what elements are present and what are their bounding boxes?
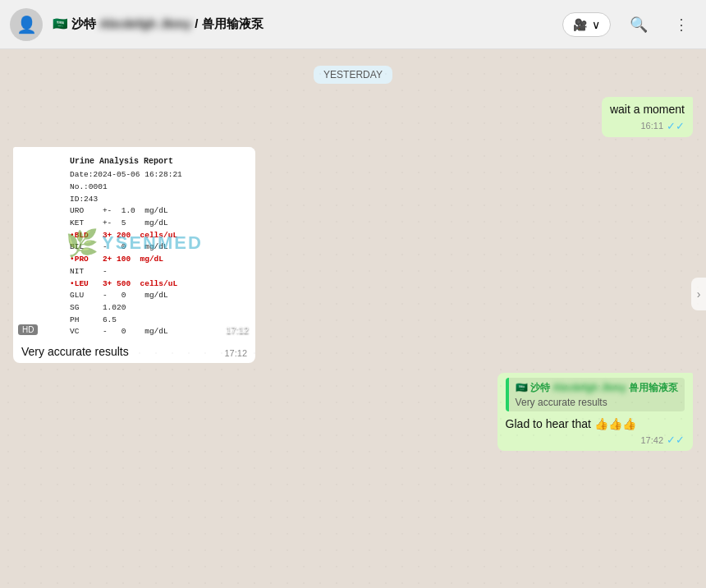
hd-badge: HD <box>18 324 38 335</box>
contact-name-blurred: Abcdefgh Jkmy <box>99 16 191 30</box>
date-divider: YESTERDAY <box>13 66 693 84</box>
receipt-date: Date:2024-05-06 16:28:21 <box>70 169 244 181</box>
message-row: Urine Analysis Report Date:2024-05-06 16… <box>13 147 693 363</box>
receipt-row-glu: GLU - 0 mg/dL <box>70 290 244 302</box>
quote-author: 🇸🇦 沙特 Abcdefgh Jkmy 兽用输液泵 <box>516 381 678 395</box>
watermark-text: YSENMED <box>102 232 203 254</box>
caption-time: 17:12 <box>224 348 247 358</box>
chat-title: 🇸🇦 沙特 Abcdefgh Jkmy / 兽用输液泵 <box>53 16 552 32</box>
separator: / <box>195 16 198 30</box>
receipt-row-nit: NIT - <box>70 266 244 278</box>
quote-flag-icon: 🇸🇦 <box>516 382 528 393</box>
outgoing-bubble: wait a moment 16:11 ✓✓ <box>602 97 693 137</box>
search-button[interactable]: 🔍 <box>624 10 653 39</box>
receipt-row-sg: SG 1.020 <box>70 302 244 315</box>
video-call-button[interactable]: 🎥 ∨ <box>562 12 611 37</box>
image-caption: Very accurate results 17:12 <box>13 340 255 363</box>
header-info: 🇸🇦 沙特 Abcdefgh Jkmy / 兽用输液泵 <box>53 16 552 32</box>
header-actions: 🎥 ∨ 🔍 ⋮ <box>562 10 696 39</box>
quote-name-text: 沙特 <box>530 382 550 393</box>
caption-text: Very accurate results <box>21 345 129 358</box>
message-row: 🇸🇦 沙特 Abcdefgh Jkmy 兽用输液泵 Very accurate … <box>13 373 693 452</box>
receipt-row-leu: •LEU 3+ 500 cells/uL <box>70 278 244 291</box>
message-text: Glad to hear that 👍👍👍 <box>506 416 685 433</box>
watermark: 🌿 YSENMED <box>66 227 203 259</box>
image-timestamp: 17:12 <box>226 325 249 335</box>
receipt-title: Urine Analysis Report <box>70 155 244 168</box>
avatar[interactable]: 👤 <box>10 8 43 41</box>
quote-reference: 🇸🇦 沙特 Abcdefgh Jkmy 兽用输液泵 Very accurate … <box>506 378 685 411</box>
flag-icon: 🇸🇦 <box>53 16 68 30</box>
receipt-id: ID:243 <box>70 194 244 206</box>
receipt-row-ph: PH 6.5 <box>70 315 244 327</box>
image-container: Urine Analysis Report Date:2024-05-06 16… <box>13 147 255 340</box>
chat-subtitle: 兽用输液泵 <box>202 16 264 30</box>
quote-text: Very accurate results <box>516 397 678 408</box>
chevron-right-icon: › <box>697 287 701 301</box>
message-time: 17:42 <box>640 435 663 445</box>
message-time: 16:11 <box>640 121 663 131</box>
bubble-footer: 17:42 ✓✓ <box>506 434 685 446</box>
watermark-leaf-icon: 🌿 <box>66 227 100 259</box>
quote-name-blurred: Abcdefgh Jkmy <box>552 382 626 393</box>
more-icon: ⋮ <box>674 16 689 34</box>
message-row: wait a moment 16:11 ✓✓ <box>13 97 693 137</box>
chat-area: YESTERDAY wait a moment 16:11 ✓✓ Urine A… <box>0 49 706 588</box>
receipt-row-vc: VC - 0 mg/dL <box>70 326 244 338</box>
read-receipt-icon: ✓✓ <box>667 434 685 446</box>
date-badge: YESTERDAY <box>314 66 392 84</box>
read-receipt-icon: ✓✓ <box>667 120 685 132</box>
receipt-no: No.:0001 <box>70 181 244 194</box>
bubble-footer: 16:11 ✓✓ <box>610 120 685 132</box>
contact-name: 沙特 <box>71 16 96 30</box>
more-options-button[interactable]: ⋮ <box>667 10 696 39</box>
receipt-row-uro: URO +- 1.0 mg/dL <box>70 205 244 218</box>
chat-header: 👤 🇸🇦 沙特 Abcdefgh Jkmy / 兽用输液泵 🎥 ∨ 🔍 ⋮ <box>0 0 706 49</box>
receipt-row-mal: MAL - 1 mg/dL <box>70 338 244 339</box>
avatar-icon: 👤 <box>16 15 37 34</box>
chevron-down-icon: ∨ <box>592 18 600 31</box>
expand-panel-handle[interactable]: › <box>691 278 706 310</box>
quote-subtitle: 兽用输液泵 <box>629 382 678 393</box>
image-bubble[interactable]: Urine Analysis Report Date:2024-05-06 16… <box>13 147 255 363</box>
message-text: wait a moment <box>610 102 685 118</box>
video-icon: 🎥 <box>573 18 587 31</box>
quoted-bubble: 🇸🇦 沙特 Abcdefgh Jkmy 兽用输液泵 Very accurate … <box>497 373 693 452</box>
search-icon: 🔍 <box>630 16 648 34</box>
